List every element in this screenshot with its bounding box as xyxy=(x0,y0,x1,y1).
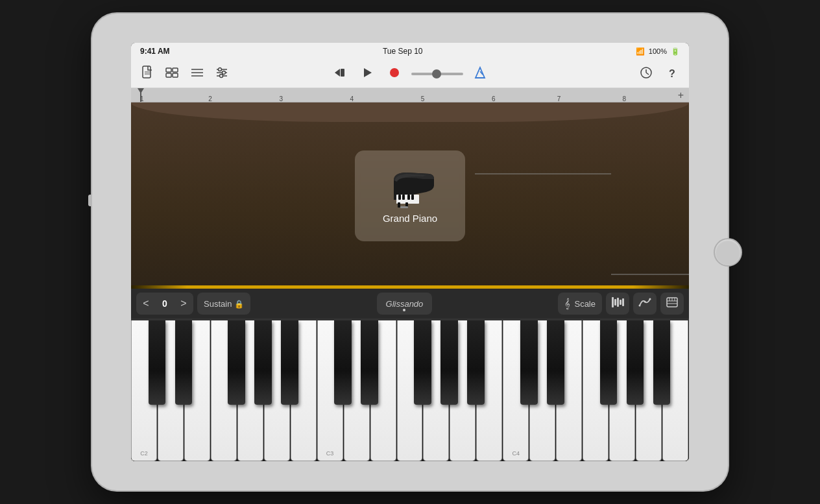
main-content: Grand Piano < 0 > xyxy=(131,102,689,461)
keyboard-settings-icon xyxy=(666,296,678,311)
chord-button[interactable] xyxy=(606,293,629,315)
keyboard-settings-button[interactable] xyxy=(660,293,684,315)
volume-slider-handle[interactable] xyxy=(432,69,441,78)
black-key-C#3[interactable] xyxy=(334,320,352,405)
tracks-button[interactable] xyxy=(162,64,183,84)
scale-button[interactable]: 𝄞 Scale xyxy=(558,293,602,315)
glissando-label: Glissando xyxy=(386,299,424,309)
toolbar-left xyxy=(138,64,232,84)
key-label-c2: C2 xyxy=(140,450,148,457)
black-key-D#4[interactable] xyxy=(547,320,564,405)
keyboard-container: C2C3C4 xyxy=(131,320,689,461)
black-key-F#4[interactable] xyxy=(600,320,618,405)
mixer-button[interactable] xyxy=(187,64,208,84)
octave-prev-icon: < xyxy=(143,298,149,309)
arp-icon xyxy=(638,296,651,311)
svg-point-40 xyxy=(639,305,641,307)
home-button[interactable] xyxy=(714,238,742,267)
wifi-icon: 📶 xyxy=(636,47,645,56)
svg-point-42 xyxy=(649,298,651,300)
keyboard-wrapper: C2C3C4 xyxy=(131,318,689,461)
black-key-G#4[interactable] xyxy=(627,320,644,405)
mixer-icon xyxy=(190,67,204,81)
black-key-G#2[interactable] xyxy=(254,320,272,405)
metronome-button[interactable] xyxy=(470,64,490,84)
sustain-button[interactable]: Sustain xyxy=(197,293,250,315)
rewind-icon xyxy=(334,67,346,81)
scale-notes-icon: 𝄞 xyxy=(564,298,570,309)
timeline-num-1: 1 xyxy=(140,95,144,102)
tempo-button[interactable] xyxy=(636,64,657,84)
timeline-add-button[interactable]: + xyxy=(678,90,684,101)
instrument-card[interactable]: Grand Piano xyxy=(355,150,465,241)
svg-rect-6 xyxy=(173,73,178,77)
svg-point-13 xyxy=(219,67,222,71)
timeline-num-4: 4 xyxy=(350,95,354,102)
timeline-num-2: 2 xyxy=(208,95,212,102)
svg-rect-27 xyxy=(402,195,405,200)
svg-rect-3 xyxy=(166,68,171,72)
rewind-button[interactable] xyxy=(330,64,350,84)
timeline-num-3: 3 xyxy=(279,95,283,102)
file-button[interactable] xyxy=(138,64,158,84)
play-button[interactable] xyxy=(357,64,378,84)
black-key-F#2[interactable] xyxy=(228,320,245,405)
piano-display: Grand Piano xyxy=(131,102,689,289)
chord-icon xyxy=(611,296,624,311)
svg-rect-37 xyxy=(617,298,619,307)
ipad-frame: 9:41 AM Tue Sep 10 📶 100% 🔋 xyxy=(92,14,728,490)
octave-prev-button[interactable]: < xyxy=(136,293,156,315)
svg-marker-20 xyxy=(476,67,485,78)
status-right: 📶 100% 🔋 xyxy=(636,47,680,56)
black-key-D#3[interactable] xyxy=(361,320,378,405)
file-icon xyxy=(141,66,154,82)
side-button[interactable] xyxy=(88,195,92,206)
black-key-A#3[interactable] xyxy=(467,320,485,405)
svg-rect-38 xyxy=(620,300,621,305)
volume-slider[interactable] xyxy=(411,73,463,75)
instrument-name: Grand Piano xyxy=(383,213,437,224)
playhead-triangle xyxy=(138,88,144,93)
tracks-icon xyxy=(165,67,180,81)
timeline-num-6: 6 xyxy=(492,95,496,102)
controls-button[interactable] xyxy=(211,64,232,84)
toolbar: ? xyxy=(131,60,689,88)
key-label-c3: C3 xyxy=(326,450,334,457)
help-icon: ? xyxy=(669,68,675,80)
black-key-A#2[interactable] xyxy=(281,320,298,405)
glissando-button[interactable]: Glissando xyxy=(377,293,433,315)
screen: 9:41 AM Tue Sep 10 📶 100% 🔋 xyxy=(131,43,689,461)
black-key-A#4[interactable] xyxy=(653,320,671,405)
octave-next-button[interactable]: > xyxy=(174,293,193,315)
tempo-icon xyxy=(640,66,653,82)
svg-line-24 xyxy=(646,73,649,75)
record-icon xyxy=(389,67,400,81)
black-key-D#2[interactable] xyxy=(175,320,193,405)
status-time: 9:41 AM xyxy=(140,47,170,56)
black-key-C#4[interactable] xyxy=(520,320,538,405)
black-key-G#3[interactable] xyxy=(440,320,458,405)
svg-rect-30 xyxy=(398,202,400,208)
toolbar-center xyxy=(330,64,490,84)
battery-label: 100% xyxy=(649,47,667,55)
piano-top-deco xyxy=(131,102,689,122)
arp-button[interactable] xyxy=(633,293,657,315)
battery-icon: 🔋 xyxy=(671,47,680,56)
key-label-c4: C4 xyxy=(512,450,520,457)
svg-rect-4 xyxy=(173,68,178,72)
help-button[interactable]: ? xyxy=(662,64,682,84)
timeline-num-7: 7 xyxy=(557,95,561,102)
metronome-icon xyxy=(474,66,486,82)
lock-icon xyxy=(234,299,244,309)
svg-rect-35 xyxy=(612,297,614,307)
black-key-F#3[interactable] xyxy=(414,320,431,405)
black-key-C#2[interactable] xyxy=(149,320,166,405)
controls-bar: < 0 > Sustain Glissando xyxy=(131,289,689,318)
piano-keyboard: C2C3C4 xyxy=(131,320,689,461)
glissando-dot xyxy=(403,309,405,311)
svg-rect-32 xyxy=(400,206,408,208)
octave-value: 0 xyxy=(156,298,174,309)
octave-control: < 0 > xyxy=(136,293,193,315)
play-icon xyxy=(361,67,373,81)
record-button[interactable] xyxy=(384,64,405,84)
